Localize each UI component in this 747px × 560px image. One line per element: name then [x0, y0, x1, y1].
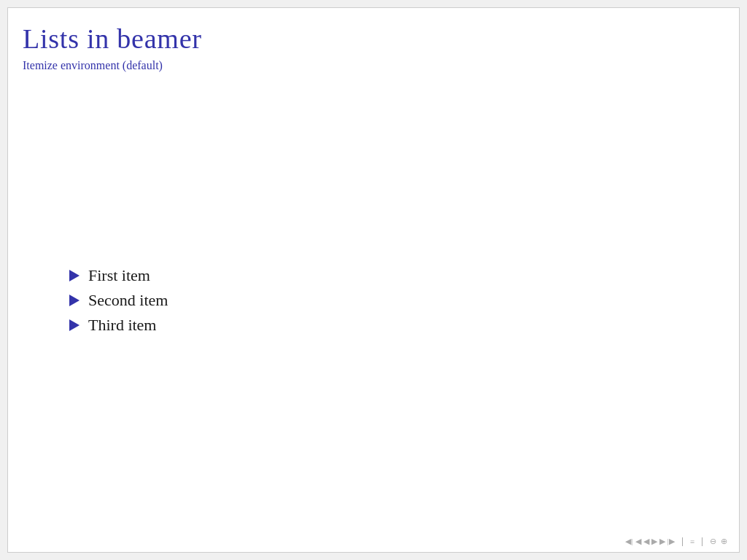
- nav-prev-icon[interactable]: ◀: [635, 537, 641, 546]
- item-text: Second item: [88, 291, 168, 310]
- list-item: Third item: [66, 316, 724, 335]
- item-text: Third item: [88, 316, 156, 335]
- zoom-in-icon[interactable]: ⊕: [721, 537, 727, 546]
- footer-divider: [702, 537, 703, 546]
- bullet-triangle-icon: [69, 319, 80, 331]
- nav-last-icon[interactable]: |▶: [667, 537, 675, 546]
- slide: Lists in beamer Itemize environment (def…: [7, 7, 740, 553]
- bullet-triangle-icon: [69, 295, 80, 306]
- slide-title: Lists in beamer: [23, 23, 724, 56]
- slide-header: Lists in beamer Itemize environment (def…: [8, 8, 739, 78]
- bullet-triangle-icon: [69, 270, 80, 281]
- slide-footer: ◀| ◀ ◀ ▶ ▶ |▶ ≡ ⊖ ⊕: [625, 537, 727, 546]
- list-item: First item: [66, 266, 724, 285]
- list-item: Second item: [66, 291, 724, 310]
- zoom-out-icon[interactable]: ⊖: [710, 537, 716, 546]
- align-center-icon[interactable]: ≡: [690, 537, 694, 546]
- nav-next-icon[interactable]: ▶: [659, 537, 665, 546]
- nav-first-icon[interactable]: ◀|: [625, 537, 632, 546]
- navigation-controls[interactable]: ◀| ◀ ◀ ▶ ▶ |▶: [625, 537, 674, 546]
- slide-content: First item Second item Third item: [8, 78, 739, 552]
- nav-section-prev-icon[interactable]: ◀: [643, 537, 649, 546]
- slide-subtitle: Itemize environment (default): [23, 59, 724, 72]
- footer-divider: [682, 537, 683, 546]
- nav-section-next-icon[interactable]: ▶: [651, 537, 657, 546]
- item-text: First item: [88, 266, 150, 285]
- item-list: First item Second item Third item: [66, 266, 724, 335]
